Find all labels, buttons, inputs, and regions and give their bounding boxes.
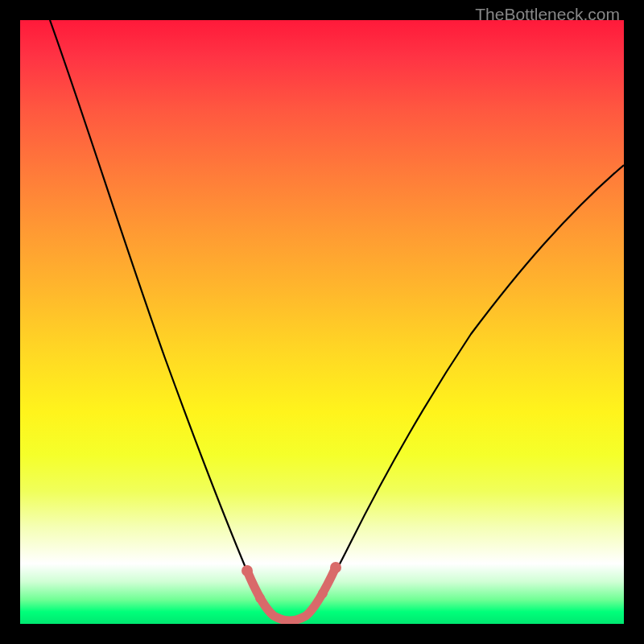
- highlight-dot-left: [242, 565, 253, 576]
- plot-area: [20, 20, 624, 624]
- bottleneck-curve-path: [50, 20, 624, 621]
- highlight-dot-right: [330, 562, 341, 573]
- highlight-dot-mid2: [318, 588, 328, 598]
- chart-container: TheBottleneck.com: [0, 0, 644, 644]
- curve-svg: [20, 20, 624, 624]
- watermark-text: TheBottleneck.com: [475, 5, 620, 24]
- highlight-dot-mid1: [255, 593, 265, 603]
